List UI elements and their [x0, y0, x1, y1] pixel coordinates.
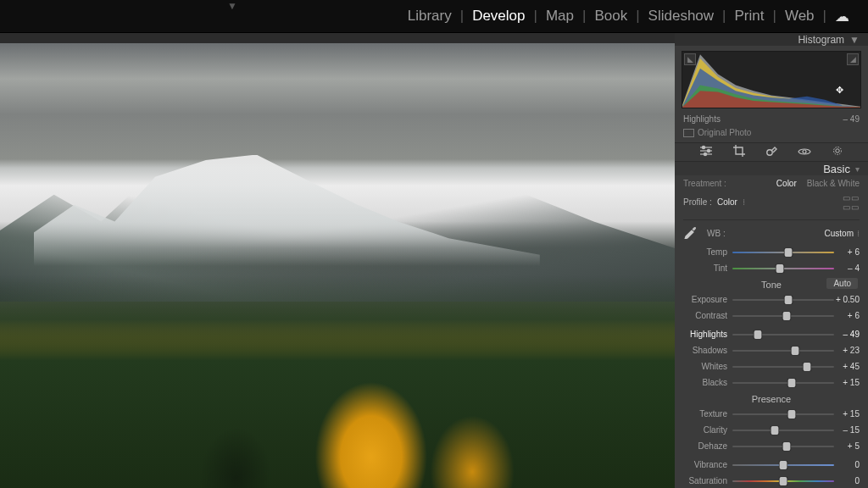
slider-track[interactable] [732, 425, 834, 435]
local-tools-toolbar [675, 142, 868, 162]
slider-label: Dehaze [683, 441, 732, 451]
slider-value[interactable]: – 4 [834, 263, 860, 273]
slider-value[interactable]: + 5 [834, 441, 860, 451]
module-print[interactable]: Print [726, 8, 773, 25]
original-photo-label: Original Photo [698, 128, 751, 137]
treatment-bw[interactable]: Black & White [807, 179, 860, 188]
treatment-row: Treatment : Color Black & White [675, 175, 868, 191]
chevron-down-icon: ▼ [849, 34, 860, 46]
slider-dehaze: Dehaze + 5 [675, 438, 868, 454]
slider-exposure: Exposure + 0.50 [675, 291, 868, 308]
slider-track[interactable] [732, 263, 834, 274]
slider-value[interactable]: + 45 [834, 362, 860, 371]
tone-heading: Tone Auto [675, 276, 868, 291]
slider-label: Clarity [683, 425, 732, 435]
basic-section-header[interactable]: Basic ▾ [675, 162, 868, 175]
rectangle-icon [683, 129, 694, 137]
slider-value[interactable]: + 6 [834, 311, 860, 320]
slider-track[interactable] [732, 247, 834, 258]
slider-label: Shadows [683, 346, 732, 355]
healing-icon[interactable] [765, 145, 777, 159]
redeye-icon[interactable] [798, 146, 811, 159]
wb-picker-icon[interactable] [683, 224, 698, 242]
slider-label: Tint [683, 263, 732, 273]
wb-row: WB : Custom ⁞ [675, 222, 868, 244]
topbar: Library|Develop|Map|Book|Slideshow|Print… [0, 0, 868, 33]
slider-value[interactable]: + 0.50 [834, 295, 860, 304]
svg-point-3 [702, 147, 704, 149]
module-library[interactable]: Library [399, 8, 460, 25]
svg-point-7 [803, 150, 806, 153]
slider-track[interactable] [732, 460, 834, 470]
module-web[interactable]: Web [776, 8, 823, 25]
profile-row: Profile : Color ⁞ ▭▭▭▭ [675, 191, 868, 217]
slider-label: Vibrance [683, 460, 732, 469]
original-photo-toggle[interactable]: Original Photo [675, 126, 868, 142]
slider-label: Blacks [683, 378, 732, 387]
svg-point-9 [834, 147, 842, 155]
slider-label: Contrast [683, 311, 732, 320]
auto-button[interactable]: Auto [826, 278, 858, 289]
slider-track[interactable] [732, 330, 834, 340]
histogram-readout-label: Highlights [683, 114, 721, 124]
svg-point-5 [704, 153, 706, 156]
wb-value[interactable]: Custom [825, 229, 854, 238]
slider-whites: Whites + 45 [675, 358, 868, 374]
slider-track[interactable] [732, 409, 834, 419]
slider-temp: Temp + 6 [675, 244, 868, 260]
slider-value[interactable]: + 15 [834, 409, 860, 419]
slider-label: Temp [683, 247, 732, 257]
slider-track[interactable] [732, 378, 834, 388]
slider-vibrance: Vibrance 0 [675, 457, 868, 473]
slider-label: Highlights [683, 330, 732, 339]
slider-value[interactable]: + 23 [834, 346, 860, 355]
slider-value[interactable]: + 15 [834, 378, 860, 387]
slider-value[interactable]: + 6 [834, 247, 860, 257]
slider-track[interactable] [732, 311, 834, 321]
photo-canvas[interactable] [0, 33, 675, 488]
slider-track[interactable] [732, 295, 834, 305]
slider-contrast: Contrast + 6 [675, 308, 868, 324]
slider-highlights: Highlights – 49 [675, 326, 868, 342]
photo-preview [0, 43, 675, 488]
module-map[interactable]: Map [537, 8, 582, 25]
profile-menu-icon[interactable]: ⁞ [743, 197, 745, 207]
slider-track[interactable] [732, 362, 834, 372]
slider-track[interactable] [732, 441, 834, 452]
slider-tint: Tint – 4 [675, 260, 868, 276]
module-book[interactable]: Book [586, 8, 636, 25]
profile-label: Profile : [683, 197, 712, 207]
histogram-title: Histogram [798, 34, 844, 46]
module-slideshow[interactable]: Slideshow [640, 8, 723, 25]
profile-value[interactable]: Color [717, 197, 737, 207]
crop-icon[interactable] [733, 145, 745, 159]
slider-value[interactable]: 0 [834, 460, 860, 469]
histogram-display[interactable]: ◣ ◢ ✥ [682, 51, 861, 108]
module-develop[interactable]: Develop [464, 8, 533, 25]
wb-menu-icon[interactable]: ⁞ [857, 229, 860, 238]
slider-track[interactable] [732, 476, 834, 486]
slider-value[interactable]: 0 [834, 476, 860, 485]
treatment-color[interactable]: Color [776, 179, 797, 188]
treatment-label: Treatment : [683, 179, 726, 188]
histogram-header[interactable]: Histogram ▼ [675, 33, 868, 46]
slider-saturation: Saturation 0 [675, 473, 868, 488]
slider-value[interactable]: – 49 [834, 330, 860, 339]
panel-collapse-top-icon[interactable]: ▼ [227, 0, 237, 12]
slider-label: Texture [683, 409, 732, 419]
wb-label: WB : [707, 229, 726, 238]
sliders-icon[interactable] [699, 145, 713, 159]
presence-heading-label: Presence [752, 394, 791, 404]
slider-label: Whites [683, 362, 732, 371]
right-panel: Histogram ▼ ◣ ◢ ✥ Highlights – 49 Origin… [675, 33, 868, 488]
module-switcher: Library|Develop|Map|Book|Slideshow|Print… [399, 8, 858, 25]
profile-browser-icon[interactable]: ▭▭▭▭ [843, 193, 860, 212]
tone-heading-label: Tone [761, 280, 782, 290]
slider-track[interactable] [732, 346, 834, 356]
cloud-sync-icon[interactable]: ☁ [826, 8, 858, 25]
svg-point-4 [707, 150, 709, 152]
slider-value[interactable]: – 15 [834, 425, 860, 435]
svg-point-8 [836, 149, 839, 152]
slider-label: Exposure [683, 295, 732, 304]
radial-icon[interactable] [832, 145, 843, 159]
